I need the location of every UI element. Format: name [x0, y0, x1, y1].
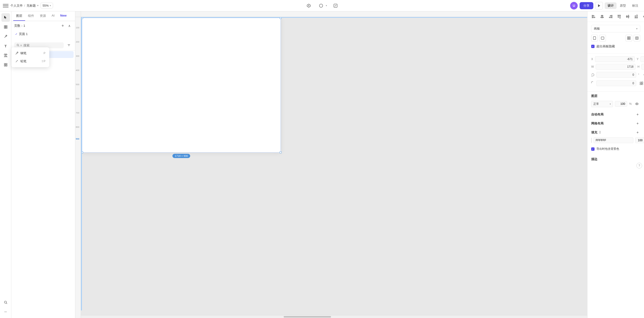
overflow-hidden-icon[interactable]: [626, 35, 632, 41]
svg-rect-16: [6, 63, 7, 65]
clip-content-label: 超出画板隐藏: [596, 44, 615, 48]
mode-tab-design[interactable]: 设计: [605, 2, 616, 9]
align-center-h-icon[interactable]: [599, 13, 606, 20]
component-tool-icon[interactable]: [2, 60, 10, 69]
more-options-icon[interactable]: ···: [2, 308, 10, 316]
search-tool-icon[interactable]: [2, 298, 10, 307]
breadcrumb-dropdown-icon[interactable]: ▾: [37, 4, 38, 7]
tab-components[interactable]: 组件: [25, 11, 37, 21]
artboard-handle-br[interactable]: [280, 151, 282, 153]
artboard-landscape-icon[interactable]: [599, 35, 606, 41]
svg-rect-35: [609, 17, 612, 18]
search-trigger[interactable]: ∨: [16, 44, 22, 47]
svg-rect-12: [4, 54, 6, 55]
svg-marker-14: [4, 56, 7, 57]
align-left-icon[interactable]: [590, 13, 597, 20]
blend-mode-select[interactable]: 正常 ▾: [591, 101, 613, 107]
align-center-v-icon[interactable]: [624, 13, 631, 20]
svg-rect-68: [642, 83, 643, 85]
distribute-icon[interactable]: [642, 13, 644, 20]
share-button[interactable]: 分享: [580, 2, 593, 9]
add-page-button[interactable]: +: [60, 23, 66, 29]
pages-actions: + ∧: [60, 23, 72, 29]
shape-tool-icon[interactable]: [2, 51, 10, 60]
zoom-selector[interactable]: 55% ▾: [40, 2, 53, 8]
layer-section-title: 图层: [591, 94, 597, 98]
wh-row: W H: [591, 64, 640, 69]
main-layout: T ··· 图层 组件 资源 AI New 页数：1 + ∧ ✓: [0, 11, 644, 318]
export-bg-checkbox[interactable]: ✓: [591, 147, 594, 151]
fill-more-options[interactable]: ⠿: [599, 131, 601, 134]
text-tool-icon[interactable]: T: [2, 42, 10, 50]
tab-new[interactable]: New: [57, 11, 69, 21]
svg-rect-8: [6, 25, 7, 27]
flip-h-icon[interactable]: [642, 71, 644, 78]
rotate-input[interactable]: [596, 72, 636, 78]
grid-layout-add-button[interactable]: +: [635, 121, 640, 126]
anchor-tool-button[interactable]: [305, 2, 312, 9]
user-avatar[interactable]: U: [570, 2, 578, 9]
visibility-toggle[interactable]: [634, 101, 640, 107]
tab-assets[interactable]: 资源: [37, 11, 49, 21]
page-item-1[interactable]: ✓ 页面 1: [11, 30, 75, 38]
auto-layout-add-button[interactable]: +: [635, 112, 640, 117]
mode-tab-annotate[interactable]: 标注: [629, 2, 641, 9]
mode-tab-prototype[interactable]: 原型: [617, 2, 629, 9]
pencil-tool-menu-item[interactable]: 铅笔 ⇧P: [11, 57, 49, 65]
topbar-left: 个人文件 / 无标题 ▾ 55% ▾: [3, 2, 302, 8]
x-input[interactable]: [595, 56, 635, 62]
collapse-pages-button[interactable]: ∧: [66, 23, 72, 29]
svg-rect-29: [592, 17, 595, 18]
pen-tool-menu-item[interactable]: 钢笔 P: [11, 49, 49, 57]
fill-hex-input[interactable]: [594, 137, 633, 143]
artboard-portrait-icon[interactable]: [591, 35, 598, 41]
align-bottom-icon[interactable]: [633, 13, 640, 20]
zoom-value: 55%: [42, 4, 49, 7]
play-button[interactable]: [595, 2, 603, 9]
cursor-tool-icon[interactable]: [2, 13, 10, 22]
opacity-unit: %: [629, 102, 632, 105]
breadcrumb-filename[interactable]: 无标题: [26, 3, 36, 8]
clip-content-checkbox[interactable]: ✓: [591, 45, 594, 48]
circle-dropdown-icon[interactable]: ▾: [326, 4, 327, 7]
blend-mode-value: 正常: [593, 102, 599, 106]
layer-section-header: 图层: [588, 92, 644, 100]
pages-header: 页数：1 + ∧: [11, 21, 75, 30]
tab-layers[interactable]: 图层: [13, 11, 25, 21]
grid-layout-title: 网格布局: [591, 121, 604, 126]
h-input[interactable]: [642, 64, 644, 69]
svg-rect-34: [610, 15, 612, 16]
y-input[interactable]: [640, 56, 644, 62]
frame-tool-icon[interactable]: [2, 23, 10, 31]
corner-individual-icon[interactable]: [638, 80, 644, 87]
pen-tool-icon[interactable]: [2, 32, 10, 41]
align-top-icon[interactable]: [616, 13, 622, 20]
topbar-center: ▾: [305, 2, 339, 9]
fill-color-preview[interactable]: [591, 138, 592, 143]
svg-rect-56: [628, 37, 628, 38]
scrollbar-horizontal[interactable]: [81, 315, 587, 318]
edit-tool-button[interactable]: [332, 2, 339, 9]
align-icons-group: [590, 13, 644, 20]
hamburger-menu-button[interactable]: [3, 3, 8, 8]
circle-tool-button[interactable]: [317, 2, 325, 9]
breadcrumb-personal[interactable]: 个人文件: [10, 3, 23, 8]
tab-ai[interactable]: AI: [49, 11, 57, 21]
help-button[interactable]: ?: [636, 163, 642, 168]
align-right-icon[interactable]: [607, 13, 614, 20]
artboard[interactable]: 1718 × 900: [82, 18, 281, 153]
w-input[interactable]: [596, 64, 636, 69]
sort-button[interactable]: [66, 42, 72, 48]
opacity-input[interactable]: [615, 101, 627, 107]
pages-title: 页数：1: [14, 24, 25, 28]
fill-opacity-input[interactable]: [635, 137, 644, 143]
overflow-scroll-icon[interactable]: [634, 35, 640, 41]
artboard-type-select[interactable]: 画板 ▾: [591, 25, 640, 32]
fill-add-button[interactable]: +: [635, 130, 640, 135]
canvas-area[interactable]: 500 600 700 800 900 1000 1100 1200 1300 …: [75, 11, 587, 318]
scrollbar-thumb-h[interactable]: [284, 316, 331, 318]
export-bg-row: ✓ 导出时包含背景色: [591, 147, 640, 151]
search-input[interactable]: [24, 43, 61, 47]
corner-radius-input[interactable]: [596, 80, 636, 86]
stroke-title: 描边: [591, 157, 597, 161]
